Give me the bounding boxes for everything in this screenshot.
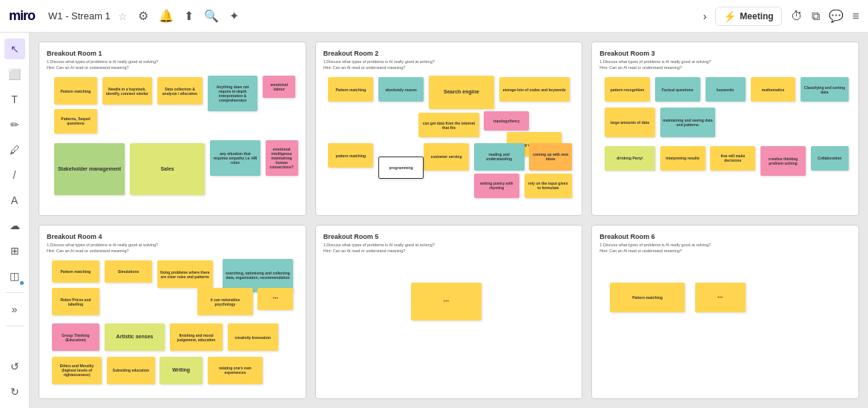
topbar-icons: ⚙ 🔔 ⬆ 🔍 ✦	[138, 9, 239, 23]
sticky-note: Ethics and Morality (highest levels of r…	[52, 357, 102, 384]
sticky-note: Needle in a haystack, identify, connect …	[102, 77, 153, 105]
breakout-room-1: Breakout Room 1 1.Discuss what types of …	[39, 42, 306, 216]
sticky-note: maintaining and seeing data and patterns	[660, 108, 716, 138]
main-area: ↖ ⬜ T ✏ 🖊 / A ☁ ⊞ ◫ » ↺ ↻ Breakout Room …	[0, 33, 868, 408]
logo: miro	[9, 8, 35, 24]
room2-stickies: Pattern matching absolutely reason Searc…	[323, 74, 575, 211]
sticky-note: mathematics	[751, 77, 796, 102]
shapes-tool[interactable]: A	[4, 190, 25, 211]
sticky-note: interpreting results	[660, 146, 706, 171]
sticky-note: storage lots of codes and keywords	[499, 77, 570, 102]
room5-stickies: ···	[323, 257, 575, 395]
sticky-tool[interactable]: ☁	[4, 215, 25, 236]
redo-button[interactable]: ↻	[4, 381, 25, 402]
sticky-note: ···	[257, 288, 292, 310]
sticky-note: creative thinking problem solving	[760, 146, 806, 177]
meeting-button[interactable]: ⚡ Meeting	[715, 7, 781, 26]
sticky-note: ···	[411, 283, 481, 321]
magic-icon[interactable]: ✦	[229, 9, 239, 23]
breakout-room-4: Breakout Room 4 1.Discuss what types of …	[39, 225, 306, 399]
sticky-note: free will make decisions	[710, 146, 755, 171]
sticky-note: customer serving	[424, 143, 469, 171]
room5-subtitle: 1.Discuss what types of problems is AI r…	[323, 243, 575, 254]
room2-subtitle: 1.Discuss what types of problems is AI r…	[323, 59, 575, 70]
menu-icon[interactable]: ≡	[852, 10, 859, 23]
topbar: miro W1 - Stream 1 ☆ ⚙ 🔔 ⬆ 🔍 ✦ › ⚡ Meeti…	[0, 0, 868, 33]
left-toolbar: ↖ ⬜ T ✏ 🖊 / A ☁ ⊞ ◫ » ↺ ↻	[0, 33, 30, 408]
notification-icon[interactable]: 🔔	[159, 9, 174, 23]
sticky-note: large amounts of data	[605, 108, 655, 138]
sticky-note: Search engine	[429, 76, 494, 108]
room4-stickies: Pattern matching Simulations fixing prob…	[47, 257, 298, 395]
room6-stickies: Pattern matching ···	[599, 257, 851, 395]
topbar-right: › ⚡ Meeting ⏱ ⧉ 💬 ≡	[703, 7, 859, 26]
sticky-note: Pattern matching	[52, 260, 99, 283]
line-tool[interactable]: /	[4, 165, 25, 185]
sticky-note: fixing problems where there are clear ru…	[157, 260, 213, 288]
breakout-room-5: Breakout Room 5 1.Discuss what types of …	[315, 225, 583, 399]
sticky-note: Anything does not require in-depth inter…	[208, 76, 258, 111]
sticky-note: Collaboration	[811, 146, 849, 171]
sticky-note: Simulations	[105, 260, 152, 283]
sticky-note: Writing	[160, 357, 203, 384]
room3-title: Breakout Room 3	[599, 50, 851, 57]
expand-tool[interactable]: »	[4, 299, 25, 320]
draw-tool[interactable]: ✏	[4, 114, 25, 135]
sticky-note: Stakeholder management	[54, 143, 125, 195]
pen-tool[interactable]: 🖊	[4, 139, 25, 160]
sticky-note: Artistic senses	[105, 323, 165, 351]
rooms-grid: Breakout Room 1 1.Discuss what types of …	[30, 33, 868, 408]
sticky-note: finishing and moral judgement, education	[170, 323, 223, 351]
chat-icon[interactable]: 💬	[829, 9, 844, 23]
settings-icon[interactable]: ⚙	[138, 9, 148, 23]
share-icon[interactable]: ⬆	[184, 9, 194, 23]
meeting-label: Meeting	[740, 11, 773, 22]
sticky-note: Patterns, Sequel questions	[54, 109, 97, 134]
select-tool[interactable]: ↖	[4, 39, 25, 59]
sticky-note: Data collection & analysis / allocation	[157, 77, 203, 105]
sticky-note: creativity Innovation	[228, 323, 278, 351]
room4-title: Breakout Room 4	[47, 233, 298, 240]
room3-stickies: pattern recognition Factual questions ke…	[599, 74, 851, 211]
text-tool[interactable]: T	[4, 89, 25, 110]
sticky-note: searching, optimising and collecting dat…	[223, 259, 293, 292]
board-title: W1 - Stream 1	[48, 10, 111, 22]
room3-subtitle: 1.Discuss what types of problems is AI r…	[599, 59, 851, 70]
sticky-note: rely on the input given to formulate	[525, 174, 572, 198]
room6-title: Breakout Room 6	[599, 233, 851, 240]
sticky-note: Sales	[130, 143, 206, 195]
room4-subtitle: 1.Discuss what types of problems is AI r…	[47, 243, 298, 254]
more-tool[interactable]: ◫	[4, 266, 25, 286]
star-icon[interactable]: ☆	[118, 10, 128, 22]
canvas: Breakout Room 1 1.Discuss what types of …	[30, 33, 868, 408]
toolbar-separator	[6, 292, 24, 293]
timer-icon[interactable]: ⏱	[791, 10, 803, 23]
meeting-icon: ⚡	[723, 10, 736, 22]
breakout-room-6: Breakout Room 6 1.Discuss what types of …	[591, 225, 859, 399]
sticky-note: ···	[695, 283, 746, 313]
sticky-note: writing poetry with rhyming	[474, 174, 519, 198]
sticky-note: drinking Party!	[605, 146, 655, 171]
frames-tool[interactable]: ⬜	[4, 64, 25, 85]
chevron-right-icon[interactable]: ›	[703, 10, 707, 22]
sticky-note: Subsiding education	[107, 357, 154, 384]
room5-title: Breakout Room 5	[323, 233, 575, 240]
sticky-note: reading and understanding	[474, 143, 525, 171]
sticky-note: Pattern matching	[328, 77, 373, 102]
sticky-note: pattern matching	[328, 143, 373, 168]
toolbar-separator-2	[6, 326, 24, 326]
sticky-note: absolutely reason	[378, 77, 424, 102]
breakout-room-2: Breakout Room 2 1.Discuss what types of …	[315, 42, 583, 216]
sticky-note: emotional labour	[263, 76, 295, 98]
undo-button[interactable]: ↺	[4, 356, 25, 377]
sticky-note: Pattern matching	[54, 77, 97, 105]
sticky-note: keywords	[706, 77, 746, 102]
sticky-note: any situation that requires empathy i.e.…	[210, 140, 260, 176]
frames-icon[interactable]: ⧉	[812, 10, 820, 23]
grid-tool[interactable]: ⊞	[4, 240, 25, 261]
sticky-note: it can rationalise psychology	[197, 288, 253, 315]
search-icon[interactable]: 🔍	[204, 9, 219, 23]
sticky-note: pattern recognition	[605, 77, 650, 102]
sticky-note: programming	[378, 157, 424, 179]
sticky-note: coming up with new ideas	[529, 143, 572, 171]
